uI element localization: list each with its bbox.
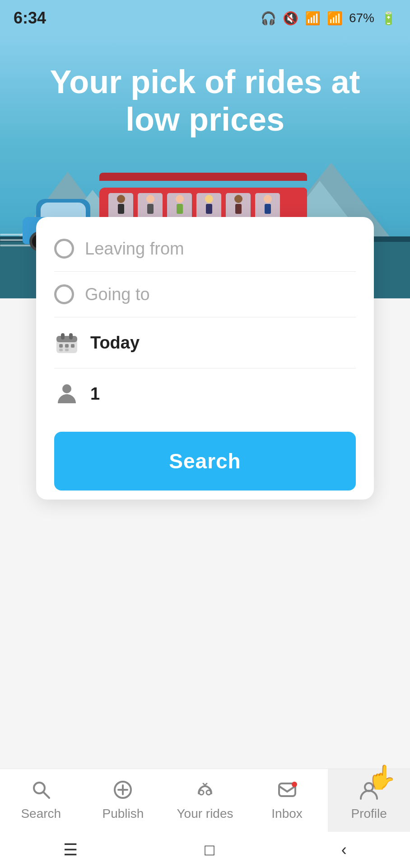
calendar-icon [54, 330, 79, 355]
svg-rect-4 [59, 344, 63, 348]
nav-item-your-rides[interactable]: Your rides [164, 769, 246, 832]
nav-item-search[interactable]: Search [0, 769, 82, 832]
battery-icon: 🔋 [381, 11, 396, 26]
person-icon [54, 381, 79, 406]
bus-window-1 [108, 193, 133, 220]
search-nav-label: Search [21, 807, 61, 821]
publish-nav-label: Publish [102, 807, 144, 821]
menu-button[interactable]: ☰ [45, 836, 96, 864]
your-rides-nav-label: Your rides [177, 807, 233, 821]
your-rides-nav-icon [195, 780, 215, 803]
nav-item-publish[interactable]: Publish [82, 769, 164, 832]
search-button[interactable]: Search [54, 432, 356, 491]
nav-item-profile[interactable]: Profile 👆 [328, 769, 410, 832]
signal-icon: 📶 [327, 11, 343, 26]
leaving-from-radio [54, 239, 74, 259]
bus-top-strip [99, 173, 307, 181]
passengers-value: 1 [90, 384, 100, 404]
search-nav-icon [31, 780, 51, 803]
battery-label: 67% [349, 11, 374, 25]
publish-nav-icon [113, 780, 133, 803]
bus-window-2 [138, 193, 163, 220]
going-to-row[interactable]: Going to [54, 272, 356, 317]
svg-point-18 [292, 782, 297, 787]
cursor-hand-icon: 👆 [367, 764, 396, 791]
svg-rect-7 [59, 349, 63, 351]
svg-rect-6 [71, 344, 75, 348]
bus-window-6 [255, 193, 280, 220]
back-button[interactable]: ‹ [323, 836, 365, 864]
search-card: Leaving from Going to Today [36, 217, 374, 500]
svg-point-15 [199, 790, 204, 795]
wifi-icon: 📶 [305, 11, 321, 26]
leaving-from-placeholder: Leaving from [85, 239, 184, 259]
going-to-radio [54, 284, 74, 304]
svg-rect-1 [56, 336, 77, 342]
going-to-placeholder: Going to [85, 285, 150, 304]
svg-rect-5 [65, 344, 69, 348]
bluetooth-icon: 🎧 [261, 11, 276, 26]
system-nav: ☰ □ ‹ [0, 832, 410, 868]
status-bar: 6:34 🎧 🔇 📶 📶 67% 🔋 [0, 0, 410, 36]
svg-rect-3 [69, 333, 73, 340]
mute-icon: 🔇 [283, 11, 298, 26]
profile-nav-label: Profile [351, 807, 387, 821]
home-button[interactable]: □ [186, 836, 233, 864]
bus-window-5 [226, 193, 251, 220]
svg-rect-2 [61, 333, 65, 340]
svg-line-11 [43, 792, 49, 798]
bus-window-4 [196, 193, 221, 220]
svg-point-16 [206, 790, 211, 795]
svg-point-9 [62, 384, 71, 393]
nav-item-inbox[interactable]: Inbox [246, 769, 328, 832]
inbox-nav-label: Inbox [271, 807, 303, 821]
date-value: Today [90, 333, 140, 353]
status-icons: 🎧 🔇 📶 📶 67% 🔋 [261, 11, 396, 26]
bottom-nav: Search Publish Your rides [0, 769, 410, 832]
date-row[interactable]: Today [54, 317, 356, 368]
inbox-nav-icon [277, 780, 297, 803]
hero-title: Your pick of rides at low prices [0, 63, 410, 138]
leaving-from-row[interactable]: Leaving from [54, 226, 356, 272]
bus-window-3 [167, 193, 192, 220]
status-time: 6:34 [14, 9, 46, 28]
svg-rect-8 [65, 349, 69, 351]
passengers-row[interactable]: 1 [54, 368, 356, 419]
